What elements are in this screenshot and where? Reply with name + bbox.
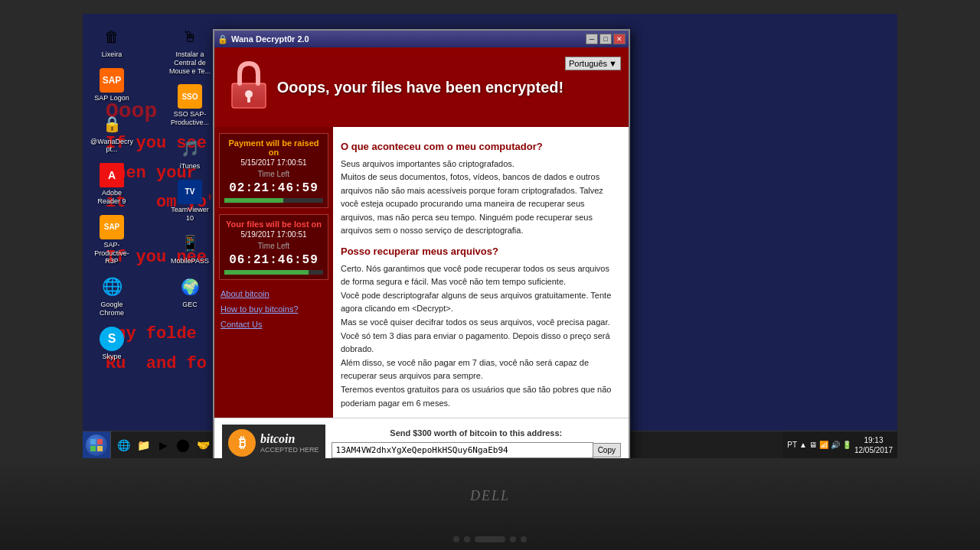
desktop-icon-gec[interactable]: 🌍 GEC <box>167 272 213 312</box>
timer-box-1: Payment will be raised on 5/15/2017 17:0… <box>219 133 328 208</box>
window-titlebar: 🔒 Wana Decrypt0r 2.0 ─ □ ✕ <box>214 31 629 47</box>
progress-bar-2 <box>224 270 323 275</box>
chrome-icon: 🌐 <box>100 275 124 299</box>
bitcoin-accepted: ACCEPTED HERE <box>260 446 319 454</box>
bitcoin-brand: bitcoin <box>260 432 319 446</box>
svg-rect-6 <box>90 446 96 451</box>
desktop-icon-adobe[interactable]: A Adobe Reader 9 <box>89 160 135 209</box>
ql-media-icon[interactable]: ▶ <box>154 436 172 454</box>
section-title-1: O que aconteceu com o meu computador? <box>341 139 621 155</box>
svg-rect-4 <box>90 439 96 444</box>
right-panel[interactable]: O que aconteceu com o meu computador? Se… <box>333 127 629 418</box>
desktop-icon-chrome[interactable]: 🌐 Google Chrome <box>89 272 135 321</box>
desktop-icon-sso[interactable]: SSO SSO SAP-Productive... <box>167 81 213 130</box>
desktop-icon-sap-logon[interactable]: SAP SAP Logon <box>89 65 135 106</box>
left-panel: Payment will be raised on 5/15/2017 17:0… <box>214 127 333 418</box>
bitcoin-logo: ₿ <box>228 429 256 457</box>
laptop-body: Ooop If you see then your it om yo" wind… <box>0 0 980 550</box>
minimize-button[interactable]: ─ <box>586 34 598 44</box>
header-title: Ooops, your files have been encrypted! <box>277 79 564 96</box>
close-button[interactable]: ✕ <box>613 34 626 44</box>
desktop: Ooop If you see then your it om yo" wind… <box>83 14 897 458</box>
quick-launch-bar: 🌐 📁 ▶ ⬤ 🤝 <box>110 431 216 458</box>
teamviewer-icon: TV <box>178 180 202 204</box>
language-dropdown[interactable]: Português ▼ <box>565 57 621 70</box>
progress-bar-1 <box>224 198 323 203</box>
tray-network-icon: 📶 <box>819 441 828 449</box>
section-title-3: Como eu pago? <box>341 416 621 418</box>
timer-box-2: Your files will be lost on 5/19/2017 17:… <box>219 214 328 280</box>
how-to-buy-link[interactable]: How to buy bitcoins? <box>220 304 327 314</box>
svg-rect-3 <box>247 96 250 103</box>
desktop-icon-skype[interactable]: S Skype <box>89 324 135 364</box>
ql-browser-icon[interactable]: 🌐 <box>114 436 132 454</box>
adobe-icon: A <box>100 163 124 187</box>
desktop-icon-teamviewer[interactable]: TV TeamViewer 10 <box>167 177 213 226</box>
section-text-1: Seus arquivos importantes são criptograf… <box>341 158 621 239</box>
system-clock[interactable]: 19:13 12/05/2017 <box>854 435 893 455</box>
mouse-icon: 🖱 <box>178 24 202 49</box>
windows-logo-icon <box>90 438 103 452</box>
about-bitcoin-link[interactable]: About bitcoin <box>220 289 327 298</box>
desktop-icon-mouse[interactable]: 🖱 Instalar a Central de Mouse e Te... <box>167 21 213 78</box>
desktop-icon-itunes[interactable]: 🎵 iTunes <box>167 133 213 174</box>
send-instruction: Send $300 worth of bitcoin to this addre… <box>332 428 621 438</box>
svg-rect-7 <box>97 446 103 451</box>
system-tray: PT ▲ 🖥 📶 🔊 🔋 <box>787 441 851 449</box>
laptop-bottom-bezel: DELL <box>0 458 980 550</box>
bitcoin-address-input[interactable] <box>332 442 593 458</box>
desktop-icon-wana[interactable]: 🔒 @WanaDecrypt... <box>89 109 135 158</box>
section-text-2: Certo. Nós garantimos que você pode recu… <box>341 262 621 411</box>
bitcoin-payment-section: ₿ bitcoin ACCEPTED HERE Send $300 worth … <box>214 418 629 458</box>
header-center: Ooops, your files have been encrypted! <box>276 79 565 96</box>
window-controls: ─ □ ✕ <box>586 34 626 44</box>
bitcoin-logo-area: ₿ bitcoin ACCEPTED HERE <box>222 425 325 458</box>
gec-icon: 🌍 <box>178 275 202 299</box>
chevron-down-icon: ▼ <box>609 59 617 68</box>
svg-rect-5 <box>97 439 103 444</box>
desktop-icon-lixeira[interactable]: 🗑 Lixeira <box>89 21 135 62</box>
tray-battery-icon: 🔋 <box>842 441 851 449</box>
laptop-keyboard-hint <box>453 536 527 542</box>
sap-logon-icon: SAP <box>100 68 124 93</box>
section-title-2: Posso recuperar meus arquivos? <box>341 244 621 259</box>
contact-us-link[interactable]: Contact Us <box>220 320 327 329</box>
window-title: 🔒 Wana Decrypt0r 2.0 <box>217 34 309 44</box>
taskbar-right: PT ▲ 🖥 📶 🔊 🔋 19:13 12/05/2017 <box>782 431 897 458</box>
desktop-icon-sap-productive[interactable]: SAP SAP-Productive-R3P <box>89 212 135 268</box>
start-orb <box>86 434 107 456</box>
lock-svg <box>226 60 272 114</box>
screen: Ooop If you see then your it om yo" wind… <box>83 14 897 458</box>
tray-volume-icon[interactable]: 🔊 <box>831 441 840 449</box>
wana-icon: 🔒 <box>100 112 124 136</box>
ql-chrome-icon[interactable]: ⬤ <box>174 436 192 454</box>
sso-icon: SSO <box>178 84 202 109</box>
address-row: Copy <box>332 442 621 458</box>
bitcoin-text-block: bitcoin ACCEPTED HERE <box>260 432 319 454</box>
tray-lang: PT <box>787 441 797 449</box>
lixeira-icon: 🗑 <box>100 24 124 49</box>
dell-logo: DELL <box>470 488 510 504</box>
window-body: Payment will be raised on 5/15/2017 17:0… <box>214 127 629 418</box>
itunes-icon: 🎵 <box>178 136 202 161</box>
wannacry-window: 🔒 Wana Decrypt0r 2.0 ─ □ ✕ <box>213 29 630 458</box>
ql-folder-icon[interactable]: 📁 <box>134 436 152 454</box>
skype-icon: S <box>100 327 124 351</box>
mobilepass-icon: 📱 <box>178 231 202 255</box>
start-button[interactable] <box>83 431 110 459</box>
window-header: Ooops, your files have been encrypted! P… <box>214 47 629 127</box>
tray-arrow-icon[interactable]: ▲ <box>799 441 807 449</box>
window-title-icon: 🔒 <box>217 34 228 44</box>
maximize-button[interactable]: □ <box>599 34 612 44</box>
lock-icon-container <box>222 57 276 118</box>
ql-network-icon[interactable]: 🤝 <box>194 436 212 454</box>
copy-button[interactable]: Copy <box>593 443 621 457</box>
sap-productive-icon: SAP <box>100 215 124 239</box>
desktop-icon-mobilepass[interactable]: 📱 MobilePASS <box>167 228 213 268</box>
left-links: About bitcoin How to buy bitcoins? Conta… <box>214 286 333 332</box>
tray-monitor-icon: 🖥 <box>809 441 817 449</box>
